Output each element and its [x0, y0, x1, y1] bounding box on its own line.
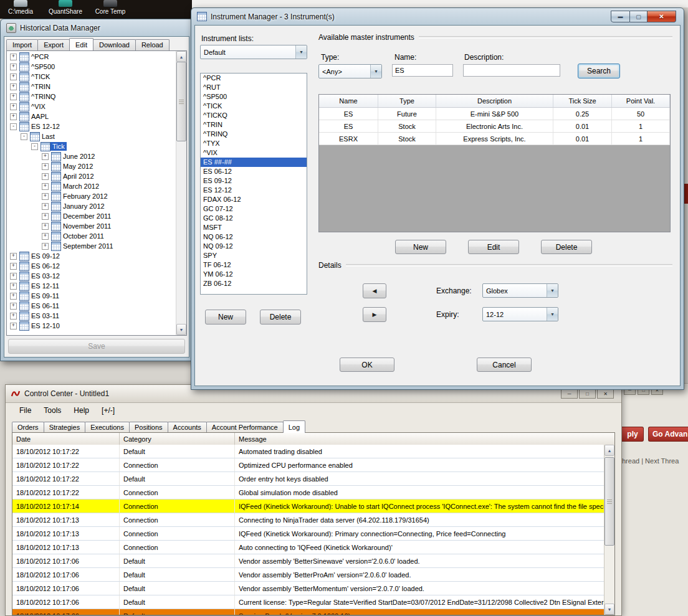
listbox-item[interactable]: ^RUT: [201, 83, 307, 92]
expand-icon[interactable]: +: [10, 263, 17, 270]
cc-tab-log[interactable]: Log: [283, 420, 305, 433]
expand-icon[interactable]: +: [42, 243, 49, 250]
listbox-item[interactable]: ^TICKQ: [201, 111, 307, 120]
menu-tools[interactable]: Tools: [37, 405, 67, 416]
tree-item[interactable]: -ES 12-12: [7, 121, 176, 131]
table-row[interactable]: ESFutureE-mini S&P 5000.2550: [319, 108, 670, 120]
tree-item[interactable]: +November 2011: [7, 221, 176, 231]
log-scrollbar[interactable]: ▲ ▼: [604, 445, 614, 615]
expand-icon[interactable]: +: [10, 54, 17, 60]
cc-tab-executions[interactable]: Executions: [85, 422, 130, 433]
tree-item[interactable]: +May 2012: [7, 161, 176, 171]
hdm-tab-edit[interactable]: Edit: [69, 38, 93, 50]
hdm-tab-reload[interactable]: Reload: [135, 39, 170, 50]
menu-file[interactable]: File: [13, 405, 37, 416]
log-row[interactable]: 18/10/2012 10:17:06DefaultVendor assembl…: [12, 568, 604, 582]
tree-item[interactable]: +^TICK: [7, 72, 176, 82]
cc-tab-account-performance[interactable]: Account Performance: [206, 422, 284, 433]
desktop-icon[interactable]: Core Temp: [92, 0, 128, 15]
listbox-item[interactable]: YM 06-12: [201, 270, 307, 279]
log-row[interactable]: 18/10/2012 10:17:06DefaultSession Break …: [12, 609, 604, 615]
im-title-bar[interactable]: Instrument Manager - 3 Instrument(s): [191, 8, 684, 25]
tree-item[interactable]: +^TRINQ: [7, 92, 176, 102]
save-button[interactable]: Save: [8, 339, 185, 354]
listbox-item[interactable]: GC 08-12: [201, 214, 307, 223]
tree-item[interactable]: -Tick: [7, 141, 176, 151]
expand-icon[interactable]: +: [10, 103, 17, 110]
tree-item[interactable]: +ES 09-11: [7, 291, 176, 301]
tree-item[interactable]: +January 2012: [7, 201, 176, 211]
cc-tab-strategies[interactable]: Strategies: [44, 422, 86, 433]
listbox-item[interactable]: TF 06-12: [201, 260, 307, 270]
master-delete-button[interactable]: Delete: [541, 240, 592, 254]
tree-item[interactable]: +^VIX: [7, 102, 176, 111]
ok-button[interactable]: OK: [340, 358, 394, 372]
menu-help[interactable]: Help: [67, 405, 95, 416]
listbox-item[interactable]: NQ 09-12: [201, 242, 307, 251]
desktop-icon[interactable]: QuantShare: [47, 0, 84, 15]
tree-item[interactable]: +ES 06-12: [7, 261, 176, 271]
listbox-item[interactable]: ES 12-12: [201, 186, 307, 195]
listbox-item[interactable]: SPY: [201, 251, 307, 260]
expand-icon[interactable]: +: [42, 193, 49, 200]
cancel-button[interactable]: Cancel: [477, 358, 532, 372]
tree-item[interactable]: +^TRIN: [7, 82, 176, 92]
listbox-item[interactable]: ^VIX: [201, 148, 307, 158]
tree-item[interactable]: +ES 12-10: [7, 321, 176, 331]
log-row[interactable]: 18/10/2012 10:17:14ConnectionIQFeed (Kin…: [12, 500, 604, 513]
log-scroll-thumb[interactable]: [604, 457, 614, 546]
column-header[interactable]: Message: [235, 433, 614, 445]
listbox-item[interactable]: ^SP500: [201, 92, 307, 102]
expand-icon[interactable]: +: [10, 313, 17, 320]
column-header[interactable]: Point Val.: [612, 95, 670, 107]
tree-scroll-thumb[interactable]: [176, 62, 186, 141]
tree-item[interactable]: -Last: [7, 131, 176, 141]
expand-icon[interactable]: +: [10, 83, 17, 90]
expand-icon[interactable]: +: [42, 203, 49, 210]
column-header[interactable]: Name: [319, 95, 378, 107]
listbox-item[interactable]: ES ##-##: [201, 158, 307, 167]
column-header[interactable]: Tick Size: [553, 95, 612, 107]
column-header[interactable]: Category: [120, 433, 235, 445]
tree-item[interactable]: +AAPL: [7, 111, 176, 121]
listbox-item[interactable]: MSFT: [201, 223, 307, 232]
log-row[interactable]: 18/10/2012 10:17:22DefaultOrder entry ho…: [12, 472, 604, 486]
name-input[interactable]: [392, 64, 453, 77]
log-row[interactable]: 18/10/2012 10:17:22ConnectionOptimized C…: [12, 458, 604, 472]
scroll-down-icon[interactable]: ▼: [604, 604, 614, 615]
expand-icon[interactable]: +: [42, 223, 49, 230]
listbox-item[interactable]: ES 06-12: [201, 167, 307, 176]
tree-item[interactable]: +ES 03-11: [7, 311, 176, 321]
move-right-button[interactable]: ▶: [363, 307, 386, 322]
listbox-item[interactable]: ^PCR: [201, 73, 307, 83]
column-header[interactable]: Type: [378, 95, 436, 107]
expand-icon[interactable]: +: [42, 173, 49, 180]
menu-[interactable]: [+/-]: [95, 405, 121, 416]
scroll-up-icon[interactable]: ▲: [176, 51, 186, 62]
minimize-button[interactable]: ▬: [611, 11, 630, 22]
tree-item[interactable]: +April 2012: [7, 171, 176, 181]
expand-icon[interactable]: +: [10, 303, 17, 310]
master-edit-button[interactable]: Edit: [468, 240, 519, 254]
listbox-item[interactable]: ^TRINQ: [201, 130, 307, 139]
expand-icon[interactable]: +: [10, 93, 17, 100]
expand-icon[interactable]: +: [10, 323, 17, 329]
hdm-tab-import[interactable]: Import: [6, 39, 38, 50]
expand-icon[interactable]: +: [42, 183, 49, 190]
list-new-button[interactable]: New: [205, 310, 246, 325]
reply-button[interactable]: ply: [622, 427, 644, 442]
desktop-icon[interactable]: C:\media: [2, 0, 39, 15]
log-row[interactable]: 18/10/2012 10:17:06DefaultVendor assembl…: [12, 582, 604, 595]
move-left-button[interactable]: ◀: [363, 283, 386, 298]
column-header[interactable]: Date: [12, 433, 120, 445]
listbox-item[interactable]: NQ 06-12: [201, 232, 307, 242]
master-new-button[interactable]: New: [395, 240, 446, 254]
hdm-tab-download[interactable]: Download: [93, 39, 136, 50]
tree-item[interactable]: +June 2012: [7, 151, 176, 161]
table-row[interactable]: ESRXStockExpress Scripts, Inc.0.011: [319, 133, 670, 145]
column-header[interactable]: Description: [436, 95, 553, 107]
collapse-icon[interactable]: -: [31, 143, 38, 150]
cc-tab-positions[interactable]: Positions: [129, 422, 168, 433]
listbox-item[interactable]: ^TICK: [201, 102, 307, 111]
tree-item[interactable]: +December 2011: [7, 211, 176, 221]
